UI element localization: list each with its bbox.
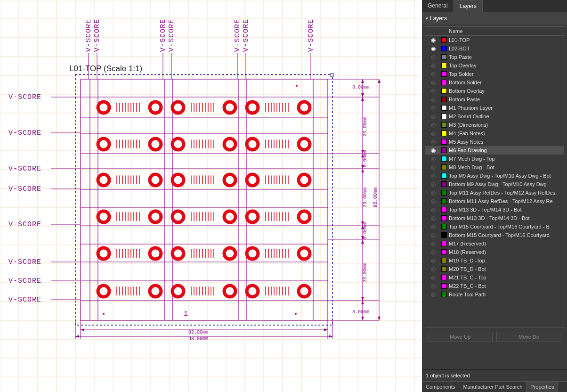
visibility-icon[interactable]: ◎ <box>427 139 439 145</box>
selection-handle[interactable] <box>331 74 333 76</box>
visibility-icon[interactable]: ◎ <box>427 105 439 111</box>
tab-general[interactable]: General <box>422 0 454 12</box>
layer-row[interactable]: ◎ M21 TB_C - Top <box>425 273 564 282</box>
layer-row[interactable]: ◎ Bottom M11 Assy RefDes - Top/M12 Assy … <box>425 197 564 205</box>
layer-color-swatch[interactable] <box>441 224 447 229</box>
layer-color-swatch[interactable] <box>441 139 447 145</box>
visibility-icon[interactable]: ◎ <box>427 223 439 230</box>
visibility-icon[interactable]: ◎ <box>427 206 439 213</box>
visibility-icon[interactable]: ◎ <box>427 71 439 77</box>
layer-color-swatch[interactable] <box>441 131 447 136</box>
visibility-icon[interactable]: ◎ <box>427 274 439 281</box>
visibility-icon[interactable]: ◎ <box>427 181 439 188</box>
layer-row[interactable]: ◎ Top M15 Courtyard - Top/M16 Courtyard … <box>425 222 564 231</box>
visibility-icon[interactable]: ◎ <box>427 164 439 171</box>
tab-components[interactable]: Components <box>422 382 459 392</box>
visibility-icon[interactable]: ◉ <box>427 45 439 52</box>
layer-row[interactable]: ◎ M18 (Reserved) <box>425 248 564 256</box>
visibility-icon[interactable]: ◎ <box>427 291 439 298</box>
move-up-button[interactable]: Move Up <box>428 332 493 342</box>
visibility-icon[interactable]: ◉ <box>427 147 439 154</box>
visibility-icon[interactable]: ◎ <box>427 249 439 255</box>
layer-row[interactable]: ◎ Bottom Solder <box>425 78 564 87</box>
layer-color-swatch[interactable] <box>441 275 447 280</box>
layer-color-swatch[interactable] <box>441 156 447 162</box>
layer-color-swatch[interactable] <box>441 292 447 297</box>
layer-color-swatch[interactable] <box>441 232 447 238</box>
layer-row[interactable]: ◎ Top M11 Assy RefDes - Top/M12 Assy Ref… <box>425 188 564 197</box>
layer-row[interactable]: ◎ Top M9 Assy Dwg - Top/M10 Assy Dwg - B… <box>425 172 564 180</box>
layer-row[interactable]: ◎ M3 (Dimensions) <box>425 121 564 129</box>
layer-row[interactable]: ◎ M8 Mech Dwg - Bot <box>425 163 564 172</box>
visibility-icon[interactable]: ◎ <box>427 79 439 86</box>
layer-row[interactable]: ◎ Bottom M9 Assy Dwg - Top/M10 Assy Dwg … <box>425 180 564 188</box>
layer-color-swatch[interactable] <box>441 63 447 68</box>
layer-row[interactable]: ◎ M19 TB_D -Top <box>425 256 564 265</box>
pcb-canvas[interactable]: L01-TOP (Scale 1:1) V-SCOREV-SCOREV-SCOR… <box>0 0 422 392</box>
layer-color-swatch[interactable] <box>441 173 447 179</box>
layer-color-swatch[interactable] <box>441 164 447 170</box>
layer-color-swatch[interactable] <box>441 80 447 85</box>
visibility-icon[interactable]: ◎ <box>427 130 439 137</box>
layer-color-swatch[interactable] <box>441 198 447 204</box>
layer-color-swatch[interactable] <box>441 190 447 196</box>
layer-color-swatch[interactable] <box>441 258 447 263</box>
layer-color-swatch[interactable] <box>441 37 447 43</box>
layer-color-swatch[interactable] <box>441 147 447 153</box>
layer-color-swatch[interactable] <box>441 71 447 77</box>
layer-row[interactable]: ◎ Top M13 3D - Top/M14 3D - Bot <box>425 205 564 214</box>
visibility-icon[interactable]: ◎ <box>427 257 439 264</box>
layer-row[interactable]: ◎ M7 Mech Dwg - Top <box>425 155 564 163</box>
layers-list[interactable]: Name ◉ L01-TOP◉ L02-BOT◎ Top Paste◎ Top … <box>425 26 564 328</box>
visibility-icon[interactable]: ◎ <box>427 62 439 69</box>
visibility-icon[interactable]: ◎ <box>427 122 439 128</box>
layer-row[interactable]: ◎ Bottom M13 3D - Top/M14 3D - Bot <box>425 214 564 222</box>
layer-row[interactable]: ◎ M17 (Reserved) <box>425 239 564 248</box>
layer-row[interactable]: ◎ M4 (Fab Notes) <box>425 129 564 138</box>
layer-row[interactable]: ◎ Top Overlay <box>425 61 564 70</box>
visibility-icon[interactable]: ◎ <box>427 155 439 162</box>
layer-row[interactable]: ◎ Top Solder <box>425 70 564 78</box>
visibility-icon[interactable]: ◎ <box>427 215 439 221</box>
layer-row[interactable]: ◎ M2 Board Outline <box>425 112 564 121</box>
layer-row[interactable]: ◎ M20 TB_D - Bot <box>425 265 564 273</box>
layer-row[interactable]: ◉ M6 Fab Drawing <box>425 146 564 155</box>
tab-layers[interactable]: Layers <box>454 0 483 12</box>
layer-color-swatch[interactable] <box>441 54 447 60</box>
layer-row[interactable]: ◉ L01-TOP <box>425 36 564 44</box>
layer-color-swatch[interactable] <box>441 97 447 102</box>
layer-color-swatch[interactable] <box>441 181 447 187</box>
section-header-layers[interactable]: Layers <box>422 12 567 24</box>
move-down-button[interactable]: Move Do <box>496 332 561 342</box>
layer-row[interactable]: ◎ M22 TB_C - Bot <box>425 282 564 290</box>
layer-row[interactable]: ◎ Bottom Paste <box>425 95 564 104</box>
visibility-icon[interactable]: ◎ <box>427 283 439 289</box>
layer-color-swatch[interactable] <box>441 266 447 272</box>
layer-row[interactable]: ◎ M5 Assy Notes <box>425 138 564 146</box>
layer-row[interactable]: ◉ L02-BOT <box>425 44 564 53</box>
layer-color-swatch[interactable] <box>441 249 447 255</box>
layer-color-swatch[interactable] <box>441 114 447 119</box>
tab-properties[interactable]: Properties <box>526 382 558 392</box>
layer-row[interactable]: ◎ Bottom Overlay <box>425 87 564 95</box>
layer-color-swatch[interactable] <box>441 105 447 111</box>
layer-color-swatch[interactable] <box>441 241 447 246</box>
layer-row[interactable]: ◎ M1 Phantom Layer <box>425 104 564 112</box>
layer-row[interactable]: ◎ Bottom M15 Courtyard - Top/M16 Courtya… <box>425 231 564 239</box>
visibility-icon[interactable]: ◎ <box>427 240 439 247</box>
visibility-icon[interactable]: ◎ <box>427 88 439 94</box>
layer-color-swatch[interactable] <box>441 215 447 221</box>
layer-color-swatch[interactable] <box>441 207 447 212</box>
layer-color-swatch[interactable] <box>441 122 447 128</box>
visibility-icon[interactable]: ◎ <box>427 96 439 103</box>
visibility-icon[interactable]: ◉ <box>427 37 439 43</box>
layer-color-swatch[interactable] <box>441 46 447 51</box>
layer-color-swatch[interactable] <box>441 88 447 94</box>
layer-row[interactable]: ◎ Top Paste <box>425 53 564 61</box>
layer-row[interactable]: ◎ Route Tool Path <box>425 290 564 299</box>
visibility-icon[interactable]: ◎ <box>427 232 439 238</box>
tab-mfr-search[interactable]: Manufacturer Part Search <box>459 382 526 392</box>
visibility-icon[interactable]: ◎ <box>427 189 439 196</box>
visibility-icon[interactable]: ◎ <box>427 54 439 60</box>
layer-color-swatch[interactable] <box>441 283 447 289</box>
